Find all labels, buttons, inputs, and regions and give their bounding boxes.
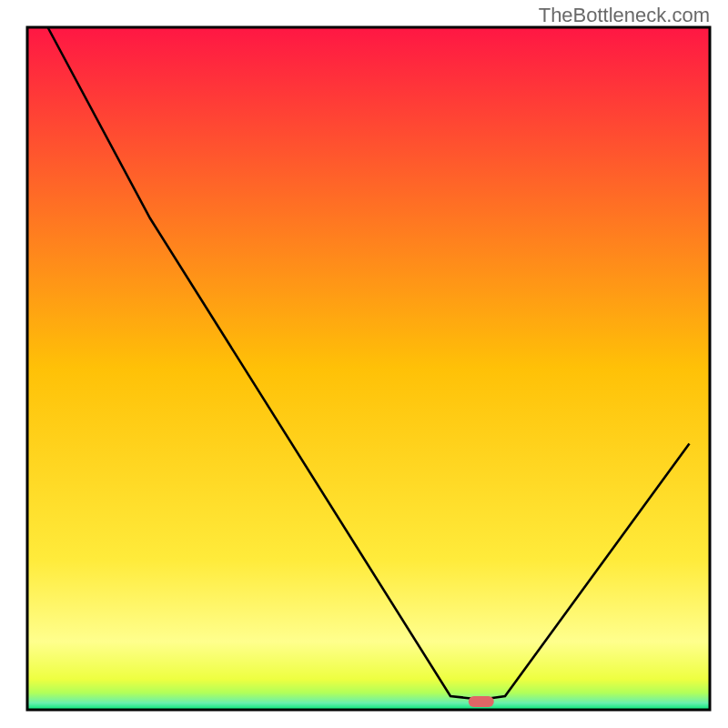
chart-container: TheBottleneck.com (0, 0, 728, 728)
watermark-text: TheBottleneck.com (539, 4, 710, 27)
plot-background (27, 27, 710, 710)
chart-svg (0, 0, 728, 728)
optimal-marker (469, 696, 494, 707)
